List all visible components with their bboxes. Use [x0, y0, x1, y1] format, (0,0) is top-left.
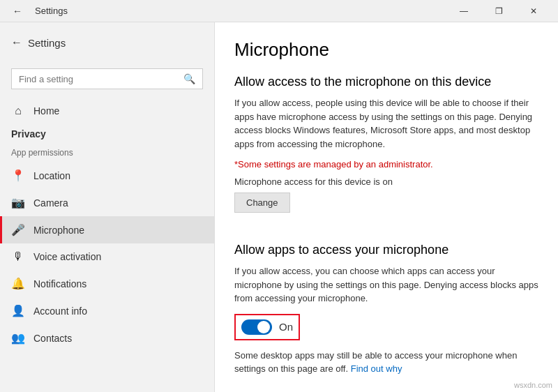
find-out-why-link[interactable]: Find out why [351, 363, 402, 374]
page-title: Microphone [234, 39, 538, 61]
sidebar-item-label: Voice activation [33, 251, 101, 262]
sidebar-item-voice-activation[interactable]: 🎙 Voice activation [0, 243, 214, 270]
watermark: wsxdn.com [514, 381, 552, 389]
sidebar-item-label: Microphone [33, 225, 84, 236]
toggle-container: On [234, 314, 300, 340]
sidebar-item-label: Notifications [33, 278, 86, 289]
search-icon-button[interactable]: 🔍 [183, 73, 195, 84]
section2-description: If you allow access, you can choose whic… [234, 264, 538, 306]
sidebar-item-label: Account info [33, 306, 87, 317]
close-button[interactable]: ✕ [518, 0, 550, 22]
sidebar: ← Settings 🔍 ⌂ Home Privacy App permissi… [0, 22, 215, 392]
sidebar-item-contacts[interactable]: 👥 Contacts [0, 324, 214, 352]
home-icon: ⌂ [11, 105, 25, 117]
back-arrow-icon: ← [13, 6, 22, 17]
toggle-label: On [279, 321, 293, 333]
contacts-icon: 👥 [11, 331, 25, 345]
content-area: Microphone Allow access to the microphon… [215, 22, 558, 392]
microphone-status-text: Microphone access for this device is on [234, 176, 538, 187]
section1-heading: Allow access to the microphone on this d… [234, 75, 538, 89]
sidebar-item-label: Location [33, 170, 70, 181]
microphone-toggle[interactable] [241, 319, 272, 335]
search-input[interactable] [19, 74, 183, 84]
sidebar-app-title: Settings [28, 37, 66, 49]
section2-heading: Allow apps to access your microphone [234, 243, 538, 257]
sidebar-item-label: Contacts [33, 333, 72, 344]
window-controls: — ❐ ✕ [448, 0, 550, 22]
camera-icon: 📷 [11, 196, 25, 209]
privacy-label: Privacy [0, 124, 214, 145]
sidebar-item-label: Camera [33, 197, 68, 209]
sidebar-header: ← Settings [0, 22, 214, 63]
sidebar-item-label: Home [33, 105, 59, 116]
minimize-button[interactable]: — [448, 0, 480, 22]
sidebar-item-location[interactable]: 📍 Location [0, 162, 214, 189]
change-button[interactable]: Change [234, 193, 290, 213]
voice-activation-icon: 🎙 [11, 250, 25, 263]
sidebar-item-camera[interactable]: 📷 Camera [0, 189, 214, 216]
main-layout: ← Settings 🔍 ⌂ Home Privacy App permissi… [0, 22, 558, 392]
sidebar-item-account-info[interactable]: 👤 Account info [0, 297, 214, 324]
sidebar-item-microphone[interactable]: 🎤 Microphone [0, 216, 214, 243]
restore-button[interactable]: ❐ [483, 0, 515, 22]
titlebar-title: Settings [35, 6, 448, 16]
admin-warning-text: *Some settings are managed by an adminis… [234, 159, 538, 169]
footer-text: Some desktop apps may still be able to a… [234, 349, 538, 376]
microphone-icon: 🎤 [11, 223, 25, 236]
titlebar: ← Settings — ❐ ✕ [0, 0, 558, 22]
account-info-icon: 👤 [11, 304, 25, 317]
section1-description: If you allow access, people using this d… [234, 96, 538, 151]
notifications-icon: 🔔 [11, 277, 25, 290]
section-divider [234, 229, 538, 230]
titlebar-back-button[interactable]: ← [8, 4, 27, 18]
search-icon: 🔍 [183, 73, 195, 84]
app-permissions-label: App permissions [0, 145, 214, 160]
sidebar-item-notifications[interactable]: 🔔 Notifications [0, 270, 214, 297]
sidebar-nav-top: ← Settings [11, 33, 203, 52]
sidebar-back-button[interactable]: ← [11, 33, 28, 52]
toggle-knob [257, 321, 270, 333]
location-icon: 📍 [11, 169, 25, 182]
sidebar-item-home[interactable]: ⌂ Home [0, 98, 214, 124]
search-box[interactable]: 🔍 [11, 68, 203, 89]
